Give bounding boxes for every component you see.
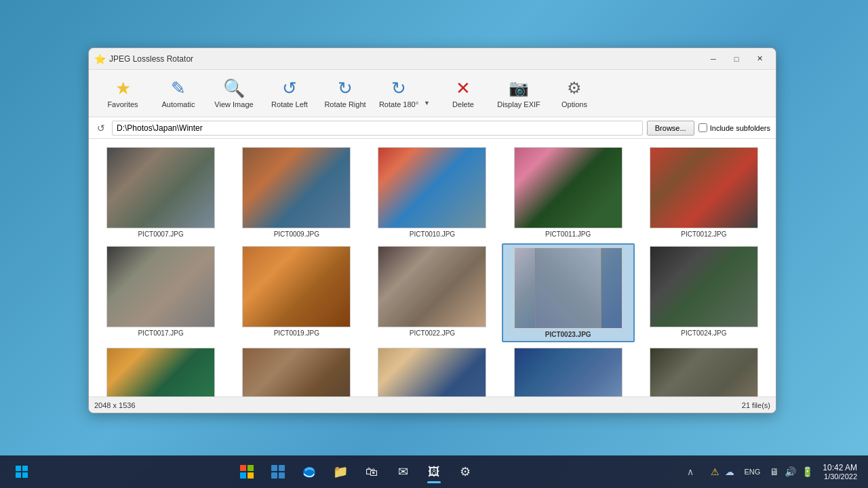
thumbnail-image <box>242 246 351 327</box>
rotate-right-label: Rotate Right <box>324 100 366 108</box>
subfolder-checkbox-label[interactable]: Include subfolders <box>698 123 770 132</box>
thumbnail-image <box>378 348 486 396</box>
battery-tray-icon[interactable]: 🔋 <box>800 465 814 479</box>
rotate-right-button[interactable]: ↻ Rotate Right <box>318 73 372 114</box>
thumbnail-item[interactable]: PICT0029.JPG <box>637 345 770 396</box>
view-image-label: View Image <box>214 100 253 108</box>
options-button[interactable]: ⚙ Options <box>547 73 601 114</box>
system-tray: ⚠ ☁ <box>709 465 736 479</box>
subfolder-label: Include subfolders <box>710 124 770 132</box>
thumbnail-item[interactable]: PICT0028.JPG <box>502 345 635 396</box>
thumbnail-label: PICT0010.JPG <box>410 230 455 238</box>
favorites-label: Favorites <box>107 100 138 108</box>
automatic-button[interactable]: ✎ Automatic <box>151 73 205 114</box>
automatic-icon: ✎ <box>171 77 186 99</box>
monitor-tray-icon[interactable]: 🖥 <box>768 465 781 479</box>
view-image-button[interactable]: 🔍 View Image <box>207 73 261 114</box>
app-window: ⭐ JPEG Lossless Rotator ─ □ ✕ ★ Favorite… <box>88 47 776 413</box>
minimize-button[interactable]: ─ <box>703 51 724 67</box>
thumbnail-item[interactable]: PICT0026.JPG <box>230 345 363 396</box>
taskbar-left <box>8 458 35 485</box>
tray-chevron[interactable]: ∧ <box>677 458 704 485</box>
thumbnail-image <box>650 348 758 396</box>
rotate-180-dropdown[interactable]: ▼ <box>424 73 435 114</box>
taskbar-right: ∧ ⚠ ☁ ENG 🖥 🔊 🔋 10:42 AM 1/30/2022 <box>677 458 860 485</box>
thumbnail-item[interactable]: PICT0007.JPG <box>94 144 227 241</box>
delete-label: Delete <box>452 100 474 108</box>
browse-button[interactable]: Browse... <box>647 121 694 136</box>
warning-tray-icon[interactable]: ⚠ <box>709 465 721 479</box>
svg-rect-0 <box>16 466 21 471</box>
clock-time: 10:42 AM <box>823 463 857 472</box>
thumbnail-image <box>650 147 758 228</box>
back-button[interactable]: ↺ <box>94 121 108 135</box>
svg-rect-8 <box>271 465 277 471</box>
maximize-button[interactable]: □ <box>726 51 747 67</box>
volume-tray-icon[interactable]: 🔊 <box>783 465 797 479</box>
taskbar-msstore[interactable]: 🛍 <box>358 458 385 485</box>
taskbar-winstore[interactable] <box>233 458 260 485</box>
thumbnail-item[interactable]: PICT0027.JPG <box>366 345 498 396</box>
display-exif-label: Display EXIF <box>497 100 540 108</box>
rotate-180-button[interactable]: ↻ Rotate 180° <box>374 73 424 114</box>
taskbar-paint[interactable]: 🖼 <box>420 458 448 485</box>
thumbnail-image <box>378 246 486 327</box>
taskbar-settings[interactable]: ⚙ <box>452 458 479 485</box>
taskbar-mail[interactable]: ✉ <box>389 458 416 485</box>
app-icon: ⭐ <box>94 54 105 64</box>
status-bar: 2048 x 1536 21 file(s) <box>89 396 776 413</box>
cloud-tray-icon[interactable]: ☁ <box>724 465 736 479</box>
thumbnail-item[interactable]: PICT0024.JPG <box>637 243 770 342</box>
thumbnail-item[interactable]: PICT0017.JPG <box>94 243 227 342</box>
image-grid-area[interactable]: PICT0007.JPGPICT0009.JPGPICT0010.JPGPICT… <box>89 139 776 396</box>
start-button[interactable] <box>8 458 35 485</box>
thumbnail-label: PICT0011.JPG <box>545 230 591 238</box>
subfolder-checkbox[interactable] <box>698 123 707 132</box>
thumbnail-item[interactable]: PICT0022.JPG <box>366 243 498 342</box>
rotate-left-icon: ↺ <box>282 77 297 99</box>
thumbnail-item[interactable]: PICT0012.JPG <box>637 144 770 241</box>
rotate-left-button[interactable]: ↺ Rotate Left <box>262 73 317 114</box>
rotate-180-label: Rotate 180° <box>379 100 418 108</box>
thumbnail-item[interactable]: PICT0011.JPG <box>502 144 635 241</box>
thumbnail-label: PICT0007.JPG <box>138 230 183 238</box>
status-file-count: 21 file(s) <box>742 401 770 409</box>
rotate-180-icon: ↻ <box>391 77 406 99</box>
close-button[interactable]: ✕ <box>749 51 770 67</box>
svg-rect-10 <box>271 472 277 479</box>
options-icon: ⚙ <box>567 77 582 99</box>
rotate-right-icon: ↻ <box>338 77 353 99</box>
svg-rect-3 <box>22 472 28 478</box>
thumbnail-item[interactable]: PICT0010.JPG <box>366 144 498 241</box>
thumbnail-item[interactable]: PICT0023.JPG <box>502 243 635 342</box>
taskbar-store2[interactable] <box>264 458 292 485</box>
svg-rect-5 <box>248 465 254 471</box>
thumbnail-image <box>106 348 215 396</box>
system-tray-2: 🖥 🔊 🔋 <box>768 465 814 479</box>
thumbnail-item[interactable]: PICT0019.JPG <box>230 243 363 342</box>
thumbnail-image <box>242 348 351 396</box>
thumbnail-item[interactable]: PICT0025.JPG <box>94 345 227 396</box>
display-exif-button[interactable]: 📷 Display EXIF <box>492 73 546 114</box>
thumbnail-image <box>378 147 486 228</box>
favorites-button[interactable]: ★ Favorites <box>96 73 150 114</box>
thumbnail-image <box>650 246 758 327</box>
window-controls: ─ □ ✕ <box>703 51 770 67</box>
thumbnail-image <box>242 147 351 228</box>
clock[interactable]: 10:42 AM 1/30/2022 <box>820 463 860 481</box>
status-dimensions: 2048 x 1536 <box>94 401 136 409</box>
taskbar-center: 📁 🛍 ✉ 🖼 ⚙ <box>35 458 677 485</box>
svg-rect-6 <box>240 472 246 479</box>
address-input[interactable] <box>112 121 643 136</box>
delete-icon: ✕ <box>456 77 471 99</box>
display-exif-icon: 📷 <box>509 77 529 99</box>
language-indicator[interactable]: ENG <box>741 468 763 476</box>
desktop: ⭐ JPEG Lossless Rotator ─ □ ✕ ★ Favorite… <box>0 0 868 488</box>
taskbar-edge[interactable] <box>296 458 323 485</box>
svg-rect-4 <box>240 465 246 471</box>
thumbnail-item[interactable]: PICT0009.JPG <box>230 144 363 241</box>
thumbnail-image <box>106 147 215 228</box>
taskbar-files[interactable]: 📁 <box>327 458 354 485</box>
delete-button[interactable]: ✕ Delete <box>436 73 490 114</box>
thumbnail-label: PICT0017.JPG <box>138 329 183 337</box>
